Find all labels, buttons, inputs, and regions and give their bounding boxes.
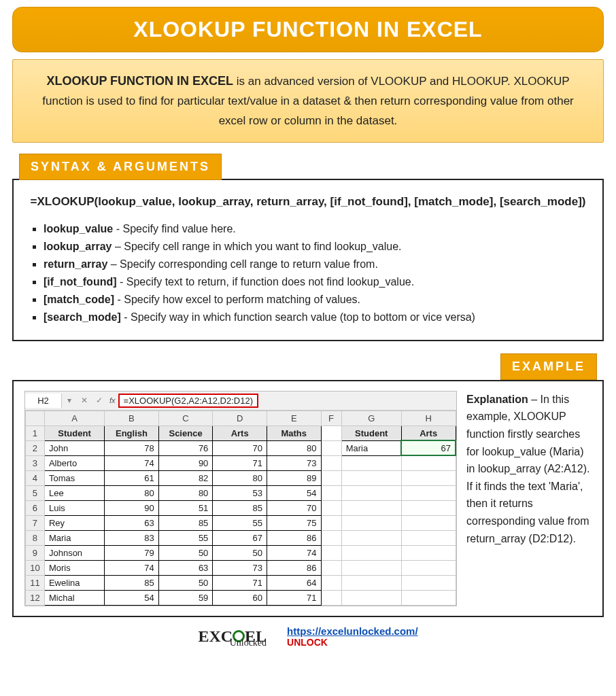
example-explanation: Explanation – In this example, XLOOKUP f… [466, 391, 592, 606]
highlighted-formula: =XLOOKUP(G2,A2:A12,D2:D12) [118, 394, 258, 408]
dropdown-icon: ▾ [62, 396, 77, 405]
col-header: E [267, 411, 321, 425]
col-header: G [341, 411, 401, 425]
arg-item: [if_not_found] - Specify text to return,… [44, 276, 587, 288]
table-row: 11Ewelina85507164 [26, 575, 456, 590]
spreadsheet-grid: A B C D E F G H 1StudentEnglishScienceAr… [25, 411, 456, 606]
intro-description: XLOOKUP FUNCTION IN EXCEL is an advanced… [12, 59, 604, 143]
table-row: 10Moris74637386 [26, 560, 456, 575]
check-icon: ✓ [92, 396, 107, 405]
arg-item: lookup_value - Specify find value here. [44, 223, 587, 235]
website-link[interactable]: https://excelunlocked.com/ [287, 625, 418, 637]
arg-item: [search_mode] - Specify way in which fun… [44, 311, 587, 324]
example-section-label: EXAMPLE [500, 353, 597, 380]
col-header: F [321, 411, 341, 425]
col-header: B [105, 411, 159, 425]
table-row: 8Maria83556786 [26, 530, 456, 545]
title-banner: XLOOKUP FUNCTION IN EXCEL [12, 7, 604, 52]
excel-screenshot: H2 ▾ ✕ ✓ fx =XLOOKUP(G2,A2:A12,D2:D12) A… [24, 391, 457, 606]
footer: EXCEL Unlocked https://excelunlocked.com… [7, 625, 609, 648]
table-row: 6Luis90518570 [26, 500, 456, 515]
arguments-list: lookup_value - Specify find value here. … [44, 223, 587, 324]
formula-input: =XLOOKUP(G2,A2:A12,D2:D12) [118, 394, 456, 408]
column-header-row: A B C D E F G H [26, 411, 456, 425]
corner-cell [26, 411, 45, 425]
col-header: H [401, 411, 456, 425]
table-row: 1StudentEnglishScienceArtsMathsStudentAr… [26, 425, 456, 440]
table-row: 12Michal54596071 [26, 590, 456, 605]
fx-icon: fx [109, 396, 116, 404]
arg-item: [match_code] - Specify how excel to perf… [44, 294, 587, 306]
col-header: A [44, 411, 104, 425]
intro-lead: XLOOKUP FUNCTION IN EXCEL [46, 74, 233, 88]
table-row: 7Rey63855575 [26, 515, 456, 530]
table-row: 2John78767080Maria67 [26, 440, 456, 455]
syntax-formula: =XLOOKUP(lookup_value, lookup_array, ret… [29, 192, 587, 211]
table-row: 5Lee80805354 [26, 485, 456, 500]
cancel-icon: ✕ [77, 396, 92, 405]
name-box: H2 [25, 394, 62, 408]
syntax-box: =XLOOKUP(lookup_value, lookup_array, ret… [12, 179, 604, 341]
table-row: 9Johnson79505074 [26, 545, 456, 560]
example-box: H2 ▾ ✕ ✓ fx =XLOOKUP(G2,A2:A12,D2:D12) A… [12, 380, 604, 617]
col-header: D [213, 411, 267, 425]
col-header: C [158, 411, 213, 425]
formula-bar: H2 ▾ ✕ ✓ fx =XLOOKUP(G2,A2:A12,D2:D12) [25, 392, 456, 411]
arg-item: return_array – Specify corresponding cel… [44, 258, 587, 271]
explanation-title: Explanation [466, 394, 528, 405]
brand-logo: EXCEL Unlocked [198, 627, 267, 646]
explanation-body: – In this example, XLOOKUP function firs… [466, 394, 589, 544]
page-title: XLOOKUP FUNCTION IN EXCEL [20, 17, 596, 42]
table-row: 4Tomas61828089 [26, 470, 456, 485]
arg-item: lookup_array – Specify cell range in whi… [44, 241, 587, 253]
unlock-label: UNLOCK [287, 637, 418, 648]
footer-links: https://excelunlocked.com/ UNLOCK [287, 625, 418, 648]
table-row: 3Alberto74907173 [26, 455, 456, 470]
logo-subtitle: Unlocked [230, 638, 267, 648]
syntax-section-label: SYNTAX & ARGUMENTS [19, 154, 222, 180]
